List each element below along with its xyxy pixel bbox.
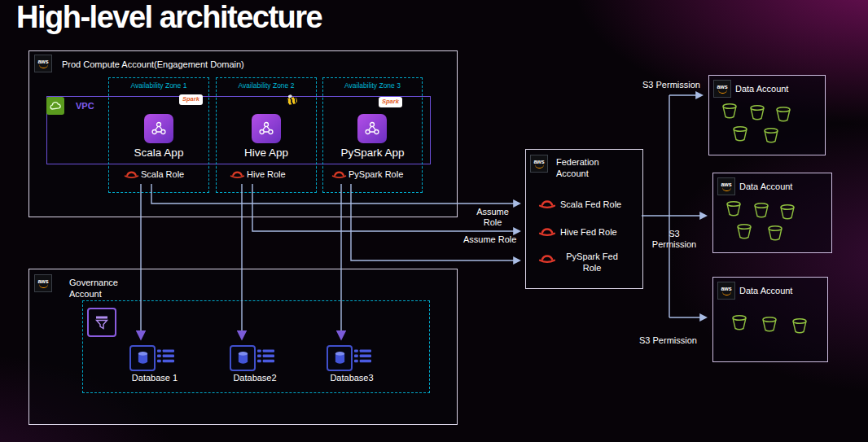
assume-role-label-top: Assume Role <box>470 207 515 228</box>
availability-zone-2-label: Availability Zone 2 <box>217 81 316 90</box>
availability-zone-3-box: Availability Zone 3 Spark PySpark App Py… <box>322 77 423 193</box>
data-account-box-1: aws Data Account <box>708 75 826 155</box>
availability-zone-2-box: Availability Zone 2 Hive App Hive Role <box>216 77 317 193</box>
pyspark-app-icon <box>357 114 387 143</box>
pyspark-role-label: PySpark Role <box>349 169 403 179</box>
table-icon <box>257 348 274 367</box>
federation-account-label: Federation Account <box>556 157 615 180</box>
aws-logo-text: aws <box>533 159 544 164</box>
spark-logo-icon: Spark <box>379 97 402 107</box>
data-account-2-label: Data Account <box>739 182 792 193</box>
page-title: High-level architecture <box>16 0 322 35</box>
database-icon <box>129 345 156 371</box>
data-account-3-label: Data Account <box>739 286 792 297</box>
database-2-label: Database2 <box>221 373 288 383</box>
vpc-icon <box>46 97 64 115</box>
aws-logo-text: aws <box>37 59 48 64</box>
database-3-label: Database3 <box>318 373 385 383</box>
aws-logo-icon: aws <box>717 177 735 195</box>
data-account-1-label: Data Account <box>735 84 788 95</box>
aws-logo-icon: aws <box>717 282 735 300</box>
aws-logo-icon: aws <box>34 55 52 72</box>
s3-bucket-icon <box>721 102 739 123</box>
pyspark-fed-role-label: PySpark Fed Role <box>560 252 624 274</box>
data-account-box-2: aws Data Account <box>712 173 832 253</box>
availability-zone-1-label: Availability Zone 1 <box>109 81 208 90</box>
iam-role-icon <box>538 251 556 267</box>
s3-bucket-icon <box>748 103 766 125</box>
aws-logo-text: aws <box>721 182 731 187</box>
assume-role-label-bottom: Assume Role <box>463 234 516 245</box>
iam-role-icon <box>124 168 139 182</box>
database-icon <box>327 345 353 371</box>
federation-account-box: aws Federation Account Scala Fed Role Hi… <box>525 149 643 289</box>
iam-role-icon <box>331 168 347 182</box>
s3-bucket-icon <box>791 317 809 338</box>
s3-bucket-icon <box>725 199 743 221</box>
spark-logo-icon: Spark <box>179 94 203 105</box>
iam-role-icon <box>538 196 556 212</box>
s3-bucket-icon <box>778 203 796 224</box>
pyspark-app-label: PySpark App <box>323 147 422 159</box>
hive-fed-role-label: Hive Fed Role <box>560 227 617 239</box>
hive-app-icon <box>252 114 281 143</box>
table-icon <box>354 348 371 367</box>
table-icon <box>157 348 174 367</box>
spark-logo-text: Spark <box>382 98 399 105</box>
lake-formation-icon <box>87 308 116 337</box>
database-icon <box>230 345 256 371</box>
s3-bucket-icon <box>774 105 792 126</box>
iam-role-icon <box>538 224 556 240</box>
s3-bucket-icon <box>762 126 780 147</box>
database-1-label: Database 1 <box>121 373 188 383</box>
s3-permission-label-middle: S3 Permission <box>651 229 698 250</box>
hive-app-label: Hive App <box>217 147 316 159</box>
prod-account-label: Prod Compute Account(Engagement Domain) <box>62 59 244 71</box>
scala-app-label: Scala App <box>109 147 208 159</box>
aws-logo-text: aws <box>717 84 727 90</box>
s3-permission-label-bottom: S3 Permission <box>639 335 697 346</box>
spark-logo-text: Spark <box>182 95 199 103</box>
aws-logo-icon: aws <box>34 274 52 292</box>
iam-role-icon <box>230 168 245 182</box>
aws-logo-icon: aws <box>530 155 548 173</box>
aws-logo-text: aws <box>37 278 48 284</box>
vpc-label: VPC <box>76 101 94 111</box>
availability-zone-1-box: Availability Zone 1 Spark Scala App Scal… <box>108 77 209 193</box>
s3-permission-label-top: S3 Permission <box>642 80 700 90</box>
scala-fed-role-label: Scala Fed Role <box>560 199 621 211</box>
hive-role-label: Hive Role <box>247 169 286 179</box>
architecture-diagram: High-level architecture aws Prod Compute… <box>0 0 868 442</box>
aws-logo-icon: aws <box>713 80 731 98</box>
governance-account-box: aws Governance Account Database 1 Databa… <box>28 269 458 425</box>
s3-bucket-icon <box>731 125 749 146</box>
hive-bee-icon <box>286 97 297 106</box>
s3-bucket-icon <box>761 315 778 336</box>
s3-bucket-icon <box>730 313 748 335</box>
availability-zone-3-label: Availability Zone 3 <box>323 81 422 90</box>
scala-app-icon <box>144 114 173 143</box>
governance-account-label: Governance Account <box>69 278 134 300</box>
scala-role-label: Scala Role <box>141 169 184 179</box>
s3-bucket-icon <box>752 201 770 222</box>
s3-bucket-icon <box>766 224 784 245</box>
s3-bucket-icon <box>735 222 753 243</box>
data-account-box-3: aws Data Account <box>712 277 828 362</box>
aws-logo-text: aws <box>721 286 731 291</box>
